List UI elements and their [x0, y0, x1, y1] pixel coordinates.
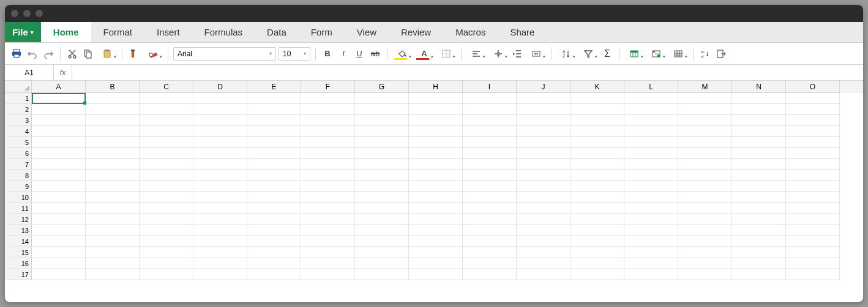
cell[interactable] [732, 137, 786, 148]
cell[interactable] [517, 137, 571, 148]
cell[interactable] [732, 170, 786, 181]
cell[interactable] [409, 203, 463, 214]
cell[interactable] [140, 93, 193, 104]
cell[interactable] [193, 181, 247, 192]
cell[interactable] [355, 93, 409, 104]
cell[interactable] [732, 214, 786, 225]
cell[interactable] [786, 214, 840, 225]
tab-share[interactable]: Share [498, 22, 547, 42]
cell[interactable] [247, 93, 301, 104]
cell[interactable] [786, 192, 840, 203]
cell[interactable] [732, 225, 786, 236]
cell[interactable] [624, 104, 678, 115]
cell[interactable] [32, 236, 86, 247]
copy-button[interactable] [81, 47, 95, 61]
cell[interactable] [786, 236, 840, 247]
cell[interactable] [193, 115, 247, 126]
cell[interactable] [571, 137, 624, 148]
cell[interactable] [301, 126, 355, 137]
cell[interactable] [140, 148, 193, 159]
cell[interactable] [355, 181, 409, 192]
cell[interactable] [247, 181, 301, 192]
cell[interactable] [517, 269, 571, 280]
cell[interactable] [786, 115, 840, 126]
cell[interactable] [463, 104, 517, 115]
cell[interactable] [786, 258, 840, 269]
cell[interactable] [463, 247, 517, 258]
cell[interactable] [732, 104, 786, 115]
cell[interactable] [301, 148, 355, 159]
cell[interactable] [193, 148, 247, 159]
row-header[interactable]: 13 [5, 225, 32, 236]
bold-button[interactable]: B [321, 47, 334, 61]
conditional-format-button[interactable]: ▾ [646, 47, 666, 61]
font-color-button[interactable]: A ▾ [414, 47, 434, 61]
borders-button[interactable]: ▾ [436, 47, 456, 61]
cell[interactable] [86, 192, 140, 203]
cell[interactable] [624, 236, 678, 247]
column-header[interactable]: E [247, 81, 301, 93]
cell[interactable] [678, 170, 732, 181]
column-header[interactable]: J [517, 81, 571, 93]
cell[interactable] [32, 148, 86, 159]
cell[interactable] [86, 115, 140, 126]
cell[interactable] [571, 236, 624, 247]
cell[interactable] [193, 236, 247, 247]
cell[interactable] [463, 170, 517, 181]
cell[interactable] [678, 203, 732, 214]
row-header[interactable]: 4 [5, 126, 32, 137]
cell[interactable] [355, 159, 409, 170]
cell[interactable] [140, 181, 193, 192]
cell[interactable] [247, 214, 301, 225]
cell[interactable] [140, 203, 193, 214]
column-header[interactable]: A [32, 81, 86, 93]
row-header[interactable]: 15 [5, 247, 32, 258]
cell[interactable] [140, 115, 193, 126]
cell[interactable] [732, 93, 786, 104]
cell[interactable] [247, 137, 301, 148]
column-header[interactable]: G [355, 81, 409, 93]
cell[interactable] [463, 126, 517, 137]
cell[interactable] [517, 104, 571, 115]
cell[interactable] [86, 203, 140, 214]
cell[interactable] [247, 225, 301, 236]
tab-form[interactable]: Form [299, 22, 345, 42]
cell[interactable] [624, 258, 678, 269]
cell[interactable] [678, 269, 732, 280]
cell[interactable] [301, 214, 355, 225]
cell[interactable] [355, 104, 409, 115]
cell[interactable] [86, 214, 140, 225]
cell[interactable] [86, 170, 140, 181]
cell[interactable] [409, 236, 463, 247]
maximize-window-button[interactable] [36, 10, 43, 17]
cell[interactable] [678, 225, 732, 236]
cell[interactable] [786, 170, 840, 181]
cell[interactable] [732, 203, 786, 214]
row-header[interactable]: 8 [5, 170, 32, 181]
cell[interactable] [355, 258, 409, 269]
cell[interactable] [247, 269, 301, 280]
cell[interactable] [624, 126, 678, 137]
cell[interactable] [301, 170, 355, 181]
cell[interactable] [409, 159, 463, 170]
cell[interactable] [193, 258, 247, 269]
cell[interactable] [678, 247, 732, 258]
font-size-select[interactable]: 10 ▾ [279, 47, 310, 61]
cell[interactable] [247, 148, 301, 159]
cell[interactable] [678, 148, 732, 159]
cell[interactable] [678, 126, 732, 137]
cell[interactable] [786, 159, 840, 170]
column-header[interactable]: B [86, 81, 140, 93]
cell[interactable] [301, 258, 355, 269]
cell[interactable] [301, 115, 355, 126]
row-header[interactable]: 12 [5, 214, 32, 225]
cell[interactable] [571, 104, 624, 115]
row-header[interactable]: 10 [5, 192, 32, 203]
file-menu-button[interactable]: File ▾ [5, 22, 41, 42]
cell[interactable] [355, 126, 409, 137]
column-header[interactable]: C [140, 81, 193, 93]
column-header[interactable]: H [409, 81, 463, 93]
cell[interactable] [32, 115, 86, 126]
row-header[interactable]: 16 [5, 258, 32, 269]
cell[interactable] [355, 115, 409, 126]
